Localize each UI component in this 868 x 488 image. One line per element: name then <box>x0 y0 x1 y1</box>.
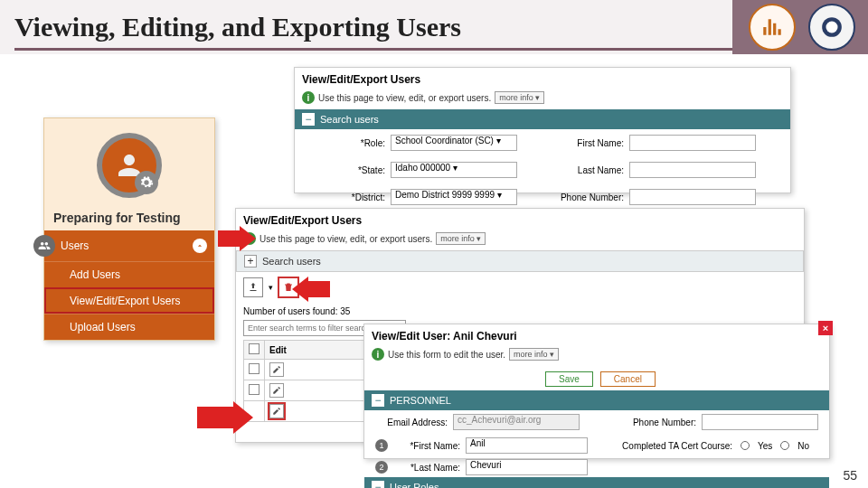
users-icon <box>38 239 51 252</box>
prep-heading: Preparing for Testing <box>44 205 214 230</box>
more-info-button[interactable]: more info <box>509 348 559 361</box>
personnel-label: PERSONNEL <box>390 395 451 406</box>
slide-title: Viewing, Editing, and Exporting Users <box>14 12 461 42</box>
personnel-section[interactable]: − PERSONNEL <box>364 390 829 410</box>
sidebar-item-view-edit-export[interactable]: View/Edit/Export Users <box>44 287 214 314</box>
panelB-title: View/Edit/Export Users <box>236 209 804 232</box>
last-name-label: Last Name: <box>552 165 624 175</box>
panelA-section[interactable]: − Search users <box>295 109 790 129</box>
callout-arrow-3 <box>197 401 253 434</box>
role-label: Role: <box>313 138 385 148</box>
phone-input[interactable] <box>629 189 756 205</box>
first-label: First Name: <box>397 441 460 451</box>
course-label: Completed TA Cert Course: <box>606 441 732 451</box>
slide-titlebar: Viewing, Editing, and Exporting Users <box>0 0 868 54</box>
page-number: 55 <box>843 468 857 483</box>
info-icon: i <box>302 91 315 104</box>
panelC-title: View/Edit User: Anil Chevuri <box>364 324 829 348</box>
callout-arrow-1 <box>218 226 256 251</box>
logo-2 <box>808 4 855 51</box>
panel-edit-user: × View/Edit User: Anil Chevuri i Use thi… <box>363 324 830 459</box>
email-input: cc_Achevuri@air.org <box>453 414 580 430</box>
sidebar-item-users[interactable]: Users <box>44 230 214 261</box>
gear-badge <box>135 171 158 194</box>
district-label: District: <box>313 192 385 202</box>
panelA-info-text: Use this page to view, edit, or export u… <box>318 93 491 103</box>
state-label: State: <box>313 165 385 175</box>
info-icon: i <box>372 348 384 361</box>
first-name-label: First Name: <box>552 138 624 148</box>
sidebar-users-label: Users <box>61 239 89 252</box>
panelA-section-label: Search users <box>320 114 379 125</box>
panelB-section[interactable]: + Search users <box>236 250 804 272</box>
seal-icon <box>820 15 844 39</box>
phone-label: Phone Number: <box>606 418 696 427</box>
gear-icon <box>139 175 154 190</box>
expand-icon[interactable]: + <box>244 255 257 267</box>
close-button[interactable]: × <box>818 321 833 335</box>
panelA-info: i Use this page to view, edit, or export… <box>295 91 790 109</box>
last-input[interactable]: Chevuri <box>466 459 588 475</box>
edit-button[interactable] <box>269 362 284 377</box>
radio-no[interactable] <box>780 441 789 450</box>
panelC-info: i Use this form to edit the user. more i… <box>364 348 829 366</box>
row-checkbox[interactable] <box>249 384 259 395</box>
collapse-icon[interactable]: − <box>302 113 315 126</box>
cancel-button[interactable]: Cancel <box>600 371 656 387</box>
role-select[interactable]: School Coordinator (SC) ▾ <box>391 135 517 151</box>
pencil-icon <box>272 386 281 395</box>
more-info-button[interactable]: more info <box>495 91 544 104</box>
chart-icon <box>760 15 784 39</box>
panelA-title: View/Edit/Export Users <box>295 68 790 91</box>
panel-search-top: View/Edit/Export Users i Use this page t… <box>294 67 791 193</box>
prep-card: Preparing for Testing Users Add Users Vi… <box>43 117 215 341</box>
collapse-icon[interactable]: − <box>372 481 384 488</box>
first-input[interactable]: Anil <box>466 437 588 454</box>
last-label: Last Name: <box>397 463 460 473</box>
user-roles-section[interactable]: − User Roles <box>364 477 829 488</box>
roles-label: User Roles <box>390 482 439 488</box>
collapse-icon[interactable]: − <box>372 394 384 407</box>
yes-label: Yes <box>758 441 772 451</box>
user-gear-circle <box>97 133 162 198</box>
state-select[interactable]: Idaho 000000 ▾ <box>391 162 517 178</box>
more-info-button[interactable]: more info <box>436 232 486 245</box>
pencil-icon <box>272 407 281 416</box>
sidebar-item-add-users[interactable]: Add Users <box>44 261 214 287</box>
export-button[interactable] <box>243 277 263 297</box>
panelB-info: i Use this page to view, edit, or export… <box>236 232 804 250</box>
users-bubble <box>33 235 55 257</box>
radio-yes[interactable] <box>741 441 750 450</box>
edit-button[interactable] <box>269 404 284 418</box>
callout-arrow-2 <box>292 277 330 302</box>
prep-icon-wrap <box>44 118 214 205</box>
step-2-icon: 2 <box>375 461 388 474</box>
email-label: Email Address: <box>375 418 448 427</box>
pencil-icon <box>272 365 281 374</box>
panelB-info-text: Use this page to view, edit, or export u… <box>259 234 432 244</box>
dropdown-caret[interactable]: ▾ <box>269 283 273 292</box>
no-label: No <box>797 441 809 451</box>
svg-point-1 <box>826 22 838 33</box>
phone-input[interactable] <box>702 414 818 430</box>
results-count: Number of users found: 35 <box>236 303 804 320</box>
panelB-section-label: Search users <box>262 256 321 267</box>
step-1-icon: 1 <box>375 439 388 452</box>
export-icon <box>248 282 259 293</box>
row-checkbox[interactable] <box>249 363 259 374</box>
panelC-info-text: Use this form to edit the user. <box>388 350 505 360</box>
logo-1 <box>749 4 796 51</box>
select-all-checkbox[interactable] <box>249 343 259 354</box>
action-buttons: Save Cancel <box>364 366 829 390</box>
chevron-up-icon[interactable] <box>193 239 207 253</box>
phone-label: Phone Number: <box>552 192 624 202</box>
title-underline <box>14 48 732 51</box>
save-button[interactable]: Save <box>545 371 593 387</box>
district-select[interactable]: Demo District 9999 9999 ▾ <box>391 189 517 205</box>
first-name-input[interactable] <box>629 135 756 151</box>
sidebar-item-upload-users[interactable]: Upload Users <box>44 314 214 340</box>
last-name-input[interactable] <box>629 162 756 178</box>
edit-button[interactable] <box>269 383 284 398</box>
